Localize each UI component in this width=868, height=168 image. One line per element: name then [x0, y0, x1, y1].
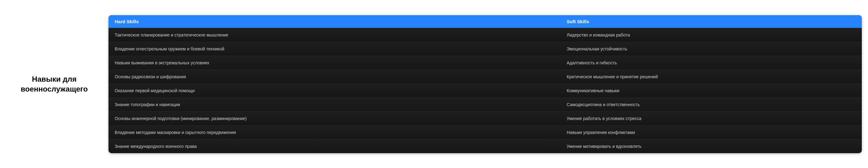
skills-table-container: Hard Skills Soft Skills Тактическое план… [108, 15, 868, 153]
table-row: Основы инженерной подготовки (минировани… [108, 111, 862, 125]
cell-soft-skill: Навыки управления конфликтами [560, 126, 862, 139]
cell-soft-skill: Умение мотивировать и вдохновлять [560, 139, 862, 153]
table-row: Знание топографии и навигацииСамодисципл… [108, 97, 862, 111]
cell-soft-skill: Лидерство и командная работа [560, 28, 862, 42]
cell-hard-skill: Знание международного военного права [108, 139, 560, 153]
table-row: Оказание первой медицинской помощиКоммун… [108, 84, 862, 97]
cell-soft-skill: Эмоциональная устойчивость [560, 42, 862, 56]
cell-hard-skill: Навыки выживания в экстремальных условия… [108, 56, 560, 70]
cell-hard-skill: Тактическое планирование и стратегическо… [108, 28, 560, 42]
table-row: Владение методами маскировки и скрытного… [108, 125, 862, 139]
table-header: Hard Skills Soft Skills [108, 15, 862, 28]
cell-hard-skill: Владение методами маскировки и скрытного… [108, 126, 560, 139]
skills-table: Hard Skills Soft Skills Тактическое план… [108, 15, 862, 153]
header-hard-skills: Hard Skills [108, 15, 560, 28]
table-row: Знание международного военного праваУмен… [108, 139, 862, 153]
table-row: Навыки выживания в экстремальных условия… [108, 56, 862, 70]
cell-hard-skill: Оказание первой медицинской помощи [108, 84, 560, 97]
cell-hard-skill: Владение огнестрельным оружием и боевой … [108, 42, 560, 56]
table-row: Тактическое планирование и стратегическо… [108, 28, 862, 42]
table-row: Владение огнестрельным оружием и боевой … [108, 42, 862, 56]
cell-soft-skill: Умение работать в условиях стресса [560, 112, 862, 125]
cell-soft-skill: Адаптивность и гибкость [560, 56, 862, 70]
cell-hard-skill: Знание топографии и навигации [108, 98, 560, 111]
title-panel: Навыки для военнослужащего [0, 74, 108, 93]
page-title: Навыки для военнослужащего [6, 74, 102, 93]
cell-soft-skill: Критическое мышление и принятие решений [560, 70, 862, 84]
cell-hard-skill: Основы радиосвязи и шифрования [108, 70, 560, 84]
cell-hard-skill: Основы инженерной подготовки (минировани… [108, 112, 560, 125]
cell-soft-skill: Коммуникативные навыки [560, 84, 862, 97]
cell-soft-skill: Самодисциплина и ответственность [560, 98, 862, 111]
header-soft-skills: Soft Skills [560, 15, 862, 28]
table-row: Основы радиосвязи и шифрованияКритическо… [108, 70, 862, 84]
